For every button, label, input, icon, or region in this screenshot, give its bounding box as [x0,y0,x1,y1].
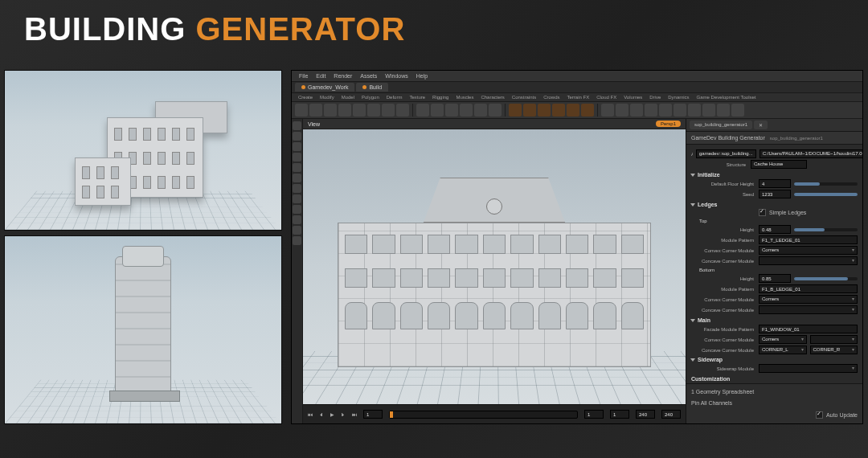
footer-link[interactable]: Pin All Channels [691,400,732,406]
tool-icon[interactable] [293,184,301,193]
tool-icon[interactable] [293,205,301,214]
tool-icon[interactable] [445,104,458,117]
play-prev-icon[interactable]: ⏴ [319,412,324,417]
menu-file[interactable]: File [297,72,310,80]
tool-icon[interactable] [293,194,301,203]
play-next-icon[interactable]: ⏵ [341,412,346,417]
tool-icon[interactable] [630,104,643,117]
asset-name-field[interactable]: gamedev::sop_building... [696,149,756,158]
tool-icon[interactable] [688,104,701,117]
seed-field[interactable]: 1233 [759,190,791,198]
concave-b-dropdown[interactable]: CORNER_R▾ [810,346,858,354]
tool-icon[interactable] [293,174,301,182]
top-height-field[interactable]: 0.48 [759,225,791,234]
desktop-tab[interactable]: Build [356,83,388,92]
shelf-tab[interactable]: Crowds [540,94,563,100]
tool-icon[interactable] [702,104,715,117]
tool-icon[interactable] [367,104,380,117]
menu-assets[interactable]: Assets [358,72,379,80]
select-tool-icon[interactable] [293,121,301,130]
chevron-down-icon[interactable] [690,174,695,177]
tool-icon[interactable] [324,104,337,117]
bottom-convex-dropdown[interactable]: Corners▾ [759,295,858,304]
seed-slider[interactable] [794,193,858,196]
camera-badge[interactable]: Persp1 [656,121,681,127]
tool-icon[interactable] [538,104,551,117]
shelf-tab[interactable]: Cloud FX [593,94,620,100]
tool-icon[interactable] [552,104,565,117]
top-convex-dropdown[interactable]: Corners▾ [759,246,858,255]
shelf-tab[interactable]: Constraints [509,94,539,100]
play-icon[interactable]: ▶ [330,411,334,417]
tool-icon[interactable] [431,104,444,117]
concave-a-dropdown[interactable]: CORNER_L▾ [759,346,807,354]
frame-current[interactable]: 1 [610,410,629,419]
shelf-tab[interactable]: Volumes [620,94,645,100]
facade-pattern-field[interactable]: F1_WINDOW_01 [759,325,858,333]
asset-path-field[interactable]: C:/Users/PAULAM~1/DOCUME~1/houdini17.0..… [760,149,862,158]
tool-icon[interactable] [460,104,473,117]
convex-b-dropdown[interactable]: ▾ [810,335,858,344]
menu-windows[interactable]: Windows [383,72,410,80]
bottom-height-slider[interactable] [794,277,858,280]
frame-end[interactable]: 240 [661,410,681,419]
move-tool-icon[interactable] [293,132,301,141]
tool-icon[interactable] [293,163,301,172]
convex-a-dropdown[interactable]: Corners▾ [759,335,807,344]
chevron-down-icon[interactable] [690,203,695,207]
tool-icon[interactable] [293,236,301,245]
timeline-slider[interactable] [389,411,578,419]
tool-icon[interactable] [674,104,686,117]
param-tab[interactable]: sop_building_generator1 [690,121,752,129]
auto-update-checkbox[interactable] [816,411,823,419]
tool-icon[interactable] [567,104,579,117]
tool-icon[interactable] [489,104,502,117]
top-concave-dropdown[interactable]: ▾ [759,256,858,265]
tool-icon[interactable] [717,104,730,117]
floor-height-slider[interactable] [794,182,858,186]
frame-start[interactable]: 1 [363,410,383,419]
play-last-icon[interactable]: ⏭ [352,412,357,417]
tool-icon[interactable] [601,104,614,117]
tool-icon[interactable] [382,104,395,117]
shelf-tab[interactable]: Rigging [429,94,452,100]
tool-icon[interactable] [616,104,628,117]
menu-help[interactable]: Help [414,72,430,80]
gear-icon[interactable]: ✕ [754,121,768,129]
shelf-tab[interactable]: Polygon [358,94,383,100]
tool-icon[interactable] [416,104,429,117]
tool-icon[interactable] [396,104,409,117]
shelf-tab[interactable]: Muscles [452,94,477,100]
chevron-down-icon[interactable] [690,319,695,322]
range-start[interactable]: 1 [584,410,604,419]
top-height-slider[interactable] [794,228,858,231]
scene-viewport[interactable] [303,129,686,404]
tool-icon[interactable] [659,104,672,117]
menu-render[interactable]: Render [331,72,354,80]
tool-icon[interactable] [731,104,744,117]
tool-icon[interactable] [645,104,657,117]
rotate-tool-icon[interactable] [293,142,301,151]
range-end[interactable]: 240 [636,410,655,419]
desktop-tab[interactable]: Gamedev_Work [295,83,354,92]
menu-edit[interactable]: Edit [313,72,328,80]
sidewrap-dropdown[interactable]: ▾ [759,364,858,373]
top-pattern-field[interactable]: F1_T_LEDGE_01 [759,235,858,244]
shelf-tab[interactable]: Drive [646,94,664,100]
tool-icon[interactable] [293,215,301,224]
tool-icon[interactable] [509,104,522,117]
simple-ledges-checkbox[interactable] [759,209,766,216]
footer-link[interactable]: 1 Geometry Spreadsheet [691,389,754,395]
tool-icon[interactable] [293,226,301,235]
shelf-tab[interactable]: Modify [317,94,338,100]
tool-icon[interactable] [474,104,487,117]
shelf-tab[interactable]: Game Development Toolset [694,94,760,100]
shelf-tab[interactable]: Create [295,94,316,100]
tool-icon[interactable] [523,104,536,117]
shelf-tab[interactable]: Characters [477,94,507,100]
tool-icon[interactable] [353,104,366,117]
tool-icon[interactable] [309,104,322,117]
shelf-tab[interactable]: Terrain FX [564,94,593,100]
scale-tool-icon[interactable] [293,153,301,162]
bottom-height-field[interactable]: 0.85 [759,274,791,283]
